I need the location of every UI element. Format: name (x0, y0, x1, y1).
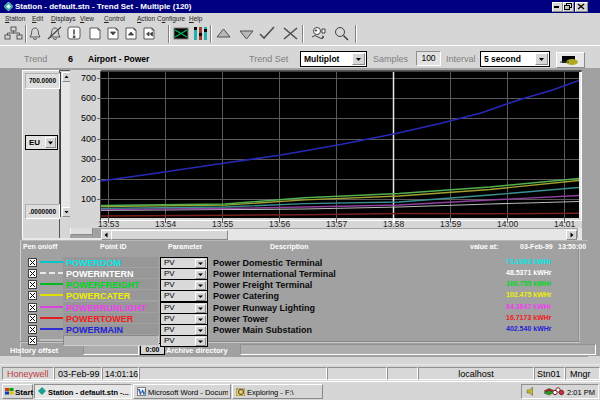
svg-text:W: W (138, 387, 147, 396)
